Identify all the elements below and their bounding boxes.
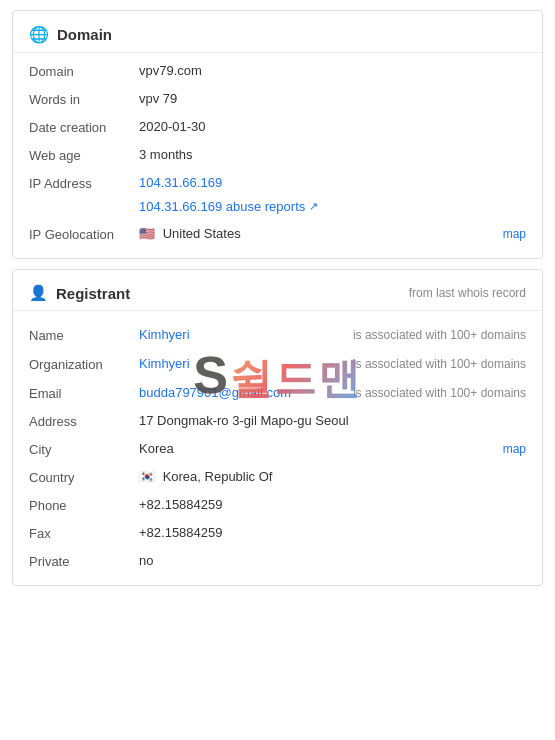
fax-label: Fax	[29, 525, 139, 541]
registrant-header: 👤 Registrant from last whois record	[13, 280, 542, 311]
city-map[interactable]: map	[406, 441, 526, 456]
email-label: Email	[29, 385, 139, 401]
registrant-title-text: Registrant	[56, 285, 130, 302]
country-label: Country	[29, 469, 139, 485]
domain-title: Domain	[57, 26, 112, 43]
city-label: City	[29, 441, 139, 457]
geolocation-map[interactable]: map	[406, 226, 526, 241]
name-label: Name	[29, 327, 139, 343]
org-assoc-note: is associated with 100+ domains	[353, 356, 526, 373]
ip-geolocation-label: IP Geolocation	[29, 226, 139, 242]
registrant-title: 👤 Registrant	[29, 284, 130, 302]
web-age-row: Web age 3 months	[13, 141, 542, 169]
phone-label: Phone	[29, 497, 139, 513]
phone-value: +82.15884259	[139, 497, 526, 512]
private-label: Private	[29, 553, 139, 569]
date-creation-label: Date creation	[29, 119, 139, 135]
org-label: Organization	[29, 356, 139, 372]
geolocation-country: United States	[163, 226, 241, 241]
domain-icon: 🌐	[29, 25, 49, 44]
registrant-section: 👤 Registrant from last whois record S쉴드맨…	[12, 269, 543, 586]
address-row: Address 17 Dongmak-ro 3-gil Mapo-gu Seou…	[13, 407, 542, 435]
fax-value: +82.15884259	[139, 525, 526, 540]
domain-row: Domain vpv79.com	[13, 57, 542, 85]
from-last-text: from last whois record	[409, 286, 526, 300]
private-row: Private no	[13, 547, 542, 575]
domain-header: 🌐 Domain	[13, 21, 542, 53]
geolocation-map-link[interactable]: map	[503, 227, 526, 241]
email-value[interactable]: budda797901@gmail.com	[139, 385, 353, 400]
external-link-icon: ↗	[309, 200, 318, 213]
ip-geolocation-row: IP Geolocation 🇺🇸 United States map	[13, 220, 542, 248]
ip-address-value[interactable]: 104.31.66.169	[139, 175, 526, 190]
email-row: Email budda797901@gmail.com is associate…	[13, 379, 542, 408]
registrant-icon: 👤	[29, 284, 48, 302]
words-in-label: Words in	[29, 91, 139, 107]
city-value: Korea	[139, 441, 406, 456]
registrant-name-row: Name Kimhyeri is associated with 100+ do…	[13, 321, 542, 350]
domain-value: vpv79.com	[139, 63, 526, 78]
private-value: no	[139, 553, 526, 568]
fax-row: Fax +82.15884259	[13, 519, 542, 547]
email-link[interactable]: budda797901@gmail.com	[139, 385, 291, 400]
abuse-row: 104.31.66.169 abuse reports ↗	[13, 197, 542, 220]
domain-section: 🌐 Domain Domain vpv79.com Words in vpv 7…	[12, 10, 543, 259]
email-assoc-note: is associated with 100+ domains	[353, 385, 526, 402]
abuse-link-text: 104.31.66.169 abuse reports	[139, 199, 305, 214]
address-value: 17 Dongmak-ro 3-gil Mapo-gu Seoul	[139, 413, 526, 428]
country-row: Country 🇰🇷 Korea, Republic Of	[13, 463, 542, 491]
ip-geolocation-value: 🇺🇸 United States	[139, 226, 406, 241]
date-creation-row: Date creation 2020-01-30	[13, 113, 542, 141]
words-in-value: vpv 79	[139, 91, 526, 106]
org-link[interactable]: Kimhyeri	[139, 356, 190, 371]
name-value[interactable]: Kimhyeri	[139, 327, 353, 342]
country-value: 🇰🇷 Korea, Republic Of	[139, 469, 526, 484]
org-row: Organization Kimhyeri is associated with…	[13, 350, 542, 379]
ip-address-label: IP Address	[29, 175, 139, 191]
name-assoc-note: is associated with 100+ domains	[353, 327, 526, 344]
abuse-link[interactable]: 104.31.66.169 abuse reports ↗	[139, 199, 318, 214]
city-row: City Korea map	[13, 435, 542, 463]
phone-row: Phone +82.15884259	[13, 491, 542, 519]
web-age-value: 3 months	[139, 147, 526, 162]
name-link[interactable]: Kimhyeri	[139, 327, 190, 342]
org-value[interactable]: Kimhyeri	[139, 356, 353, 371]
country-name: Korea, Republic Of	[163, 469, 273, 484]
city-map-link[interactable]: map	[503, 442, 526, 456]
kr-flag: 🇰🇷	[139, 469, 155, 484]
web-age-label: Web age	[29, 147, 139, 163]
date-creation-value: 2020-01-30	[139, 119, 526, 134]
domain-label: Domain	[29, 63, 139, 79]
ip-address-row: IP Address 104.31.66.169	[13, 169, 542, 197]
us-flag: 🇺🇸	[139, 226, 155, 241]
address-label: Address	[29, 413, 139, 429]
words-in-row: Words in vpv 79	[13, 85, 542, 113]
ip-address-link[interactable]: 104.31.66.169	[139, 175, 222, 190]
